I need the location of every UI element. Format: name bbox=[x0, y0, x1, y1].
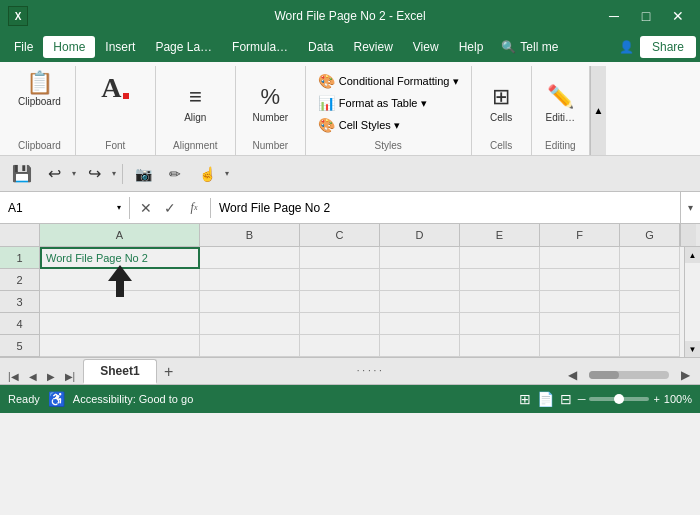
menu-help[interactable]: Help bbox=[449, 36, 494, 58]
vertical-scrollbar[interactable]: ▲ ▼ bbox=[684, 247, 700, 357]
cell-g1[interactable] bbox=[620, 247, 680, 269]
cell-d5[interactable] bbox=[380, 335, 460, 357]
save-button[interactable]: 💾 bbox=[8, 160, 36, 188]
col-header-f[interactable]: F bbox=[540, 224, 620, 246]
page-layout-icon[interactable]: 📄 bbox=[537, 391, 554, 407]
page-break-icon[interactable]: ⊟ bbox=[560, 391, 572, 407]
cells-button[interactable]: ⊞ Cells bbox=[481, 80, 521, 127]
alignment-button[interactable]: ≡ Align bbox=[175, 80, 215, 127]
cell-f5[interactable] bbox=[540, 335, 620, 357]
menu-page-layout[interactable]: Page La… bbox=[145, 36, 222, 58]
cell-styles-button[interactable]: 🎨 Cell Styles ▾ bbox=[314, 116, 463, 134]
cell-d4[interactable] bbox=[380, 313, 460, 335]
menu-view[interactable]: View bbox=[403, 36, 449, 58]
qa-more-dropdown[interactable]: ▾ bbox=[225, 169, 229, 178]
cell-b3[interactable] bbox=[200, 291, 300, 313]
scroll-up-button[interactable]: ▲ bbox=[685, 247, 700, 263]
zoom-thumb[interactable] bbox=[614, 394, 624, 404]
format-as-table-button[interactable]: 📊 Format as Table ▾ bbox=[314, 94, 463, 112]
clipboard-button[interactable]: 📋 Clipboard bbox=[12, 68, 67, 111]
cell-d3[interactable] bbox=[380, 291, 460, 313]
formula-expand-button[interactable]: ▾ bbox=[680, 192, 700, 223]
scroll-track[interactable] bbox=[685, 263, 700, 341]
screenshot-button[interactable]: 📷 bbox=[129, 160, 157, 188]
grid-view-icon[interactable]: ⊞ bbox=[519, 391, 531, 407]
number-button[interactable]: % Number bbox=[247, 80, 295, 127]
zoom-slider[interactable] bbox=[589, 397, 649, 401]
cell-b4[interactable] bbox=[200, 313, 300, 335]
minimize-button[interactable]: ─ bbox=[600, 2, 628, 30]
cell-c5[interactable] bbox=[300, 335, 380, 357]
ribbon-collapse-button[interactable]: ▲ bbox=[590, 66, 606, 155]
cancel-formula-button[interactable]: ✕ bbox=[136, 198, 156, 218]
touch-button[interactable]: ☝ bbox=[193, 160, 221, 188]
sheet-scroll-left-button[interactable]: ◀ bbox=[562, 366, 583, 384]
cell-b5[interactable] bbox=[200, 335, 300, 357]
row-header-5[interactable]: 5 bbox=[0, 335, 39, 357]
cell-b2[interactable] bbox=[200, 269, 300, 291]
title-bar-controls[interactable]: ─ □ ✕ bbox=[600, 2, 692, 30]
cell-a2[interactable] bbox=[40, 269, 200, 291]
cell-g3[interactable] bbox=[620, 291, 680, 313]
cell-d2[interactable] bbox=[380, 269, 460, 291]
menu-data[interactable]: Data bbox=[298, 36, 343, 58]
name-box-dropdown-icon[interactable]: ▾ bbox=[117, 203, 121, 212]
cell-g4[interactable] bbox=[620, 313, 680, 335]
row-header-2[interactable]: 2 bbox=[0, 269, 39, 291]
row-header-4[interactable]: 4 bbox=[0, 313, 39, 335]
zoom-in-icon[interactable]: + bbox=[653, 393, 659, 405]
formula-input[interactable]: Word File Page No 2 bbox=[211, 201, 680, 215]
name-box[interactable]: A1 ▾ bbox=[0, 197, 130, 219]
cell-e3[interactable] bbox=[460, 291, 540, 313]
cell-e5[interactable] bbox=[460, 335, 540, 357]
menu-home[interactable]: Home bbox=[43, 36, 95, 58]
cell-e2[interactable] bbox=[460, 269, 540, 291]
cell-f2[interactable] bbox=[540, 269, 620, 291]
sheet-dots[interactable]: · · · · · bbox=[353, 363, 386, 378]
tell-me-input[interactable]: 🔍 Tell me bbox=[493, 36, 566, 58]
cell-f3[interactable] bbox=[540, 291, 620, 313]
zoom-out-icon[interactable]: ─ bbox=[578, 393, 586, 405]
col-header-d[interactable]: D bbox=[380, 224, 460, 246]
zoom-control[interactable]: ─ + 100% bbox=[578, 393, 692, 405]
horizontal-scrollbar-thumb[interactable] bbox=[589, 371, 619, 379]
row-header-3[interactable]: 3 bbox=[0, 291, 39, 313]
maximize-button[interactable]: □ bbox=[632, 2, 660, 30]
font-button[interactable]: A bbox=[95, 68, 135, 108]
cell-g5[interactable] bbox=[620, 335, 680, 357]
cell-e4[interactable] bbox=[460, 313, 540, 335]
cell-d1[interactable] bbox=[380, 247, 460, 269]
cell-g2[interactable] bbox=[620, 269, 680, 291]
undo-button[interactable]: ↩ bbox=[40, 160, 68, 188]
cell-c4[interactable] bbox=[300, 313, 380, 335]
scroll-down-button[interactable]: ▼ bbox=[685, 341, 700, 357]
horizontal-scrollbar-track[interactable] bbox=[589, 371, 669, 379]
cell-a4[interactable] bbox=[40, 313, 200, 335]
first-sheet-button[interactable]: |◀ bbox=[4, 369, 23, 384]
col-header-c[interactable]: C bbox=[300, 224, 380, 246]
cell-c2[interactable] bbox=[300, 269, 380, 291]
row-header-1[interactable]: 1 bbox=[0, 247, 39, 269]
function-button[interactable]: fx bbox=[184, 198, 204, 218]
cell-f4[interactable] bbox=[540, 313, 620, 335]
menu-file[interactable]: File bbox=[4, 36, 43, 58]
cell-f1[interactable] bbox=[540, 247, 620, 269]
sheet-scroll-right-button[interactable]: ▶ bbox=[675, 366, 696, 384]
share-button[interactable]: Share bbox=[640, 36, 696, 58]
conditional-formatting-button[interactable]: 🎨 Conditional Formatting ▾ bbox=[314, 72, 463, 90]
menu-review[interactable]: Review bbox=[343, 36, 402, 58]
prev-sheet-button[interactable]: ◀ bbox=[25, 369, 41, 384]
undo-dropdown[interactable]: ▾ bbox=[72, 169, 76, 178]
editing-button[interactable]: ✏️ Editi… bbox=[540, 80, 581, 127]
add-sheet-button[interactable]: + bbox=[157, 360, 181, 384]
cell-c1[interactable] bbox=[300, 247, 380, 269]
sheet-tab-sheet1[interactable]: Sheet1 bbox=[83, 359, 156, 384]
cell-c3[interactable] bbox=[300, 291, 380, 313]
close-button[interactable]: ✕ bbox=[664, 2, 692, 30]
draw-button[interactable]: ✏ bbox=[161, 160, 189, 188]
last-sheet-button[interactable]: ▶| bbox=[61, 369, 80, 384]
col-header-e[interactable]: E bbox=[460, 224, 540, 246]
menu-formulas[interactable]: Formula… bbox=[222, 36, 298, 58]
redo-button[interactable]: ↪ bbox=[80, 160, 108, 188]
col-header-b[interactable]: B bbox=[200, 224, 300, 246]
